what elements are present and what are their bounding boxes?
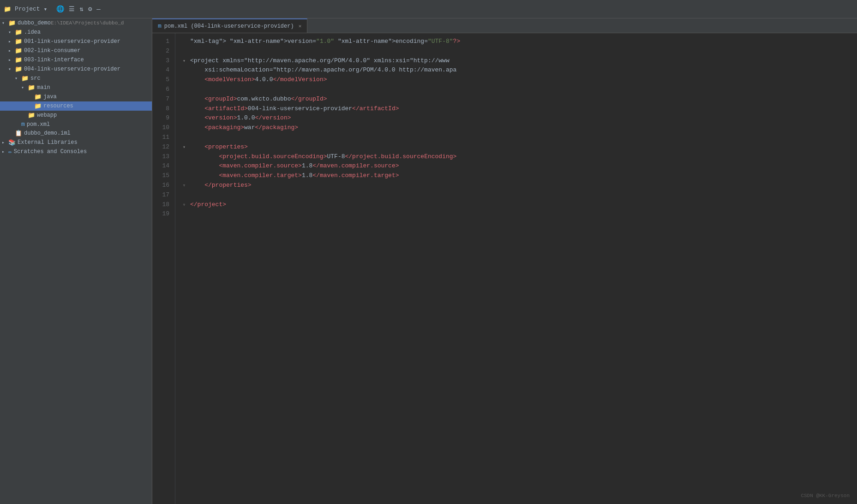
tree-label: java — [43, 94, 57, 100]
globe-icon[interactable]: 🌐 — [56, 5, 64, 13]
code-line: ▾<project xmlns="http://maven.apache.org… — [183, 56, 857, 66]
code-content[interactable]: "xml-tag"> "xml-attr-name">version="1.0"… — [175, 33, 857, 504]
tree-item[interactable]: ▾📁src — [0, 74, 152, 83]
tree-item[interactable]: ▸📁001-link-userservice-provider — [0, 37, 152, 46]
tree-item[interactable]: ▸📁002-link-consumer — [0, 46, 152, 55]
tree-icon: 📁 — [8, 19, 16, 27]
tab-bar: m pom.xml (004-link-userservice-provider… — [152, 18, 857, 33]
code-text — [190, 133, 194, 142]
tree-icon: m — [21, 121, 25, 128]
fold-button[interactable]: ▾ — [183, 58, 189, 65]
fold-button[interactable]: ▾ — [183, 144, 189, 151]
tree-item[interactable]: mpom.xml — [0, 120, 152, 129]
line-number: 9 — [152, 113, 175, 123]
tree-icon: 📁 — [15, 47, 22, 54]
tree-label: 004-link-userservice-provider — [24, 66, 120, 72]
tree-item[interactable]: 📁resources — [0, 101, 152, 111]
code-line — [183, 133, 857, 142]
tree-item[interactable]: ▾📁004-link-userservice-provider — [0, 65, 152, 74]
project-label: Project — [15, 6, 40, 12]
code-text: <maven.compiler.source>1.8</maven.compil… — [190, 161, 399, 171]
editor-area: m pom.xml (004-link-userservice-provider… — [152, 18, 857, 504]
fold-button — [183, 67, 189, 74]
tree-item[interactable]: 📁webapp — [0, 111, 152, 120]
tab-close-button[interactable]: ✕ — [299, 23, 302, 29]
code-line: ▿</project> — [183, 200, 857, 210]
project-icon: 📁 — [4, 6, 11, 13]
watermark: CSDN @KK-Greyson — [801, 493, 850, 498]
line-number: 5 — [152, 75, 175, 85]
tree-item[interactable]: ▸📁003-link-interface — [0, 55, 152, 65]
tree-arrow: ▾ — [8, 30, 15, 35]
code-text: </properties> — [190, 181, 252, 190]
tree-arrow: ▸ — [8, 39, 15, 44]
line-number: 15 — [152, 171, 175, 181]
tree-item[interactable]: ▾📁main — [0, 83, 152, 92]
tree-item[interactable]: ▾📁dubbo_demo E:\IDEA\Projects\dubbo_d — [0, 18, 152, 28]
tab-file-icon: m — [158, 23, 162, 30]
code-text: </project> — [190, 200, 226, 210]
line-number: 6 — [152, 85, 175, 95]
code-text — [190, 190, 194, 200]
tree-label: 002-link-consumer — [24, 47, 80, 54]
line-number: 1 — [152, 37, 175, 47]
code-text: <groupId>com.wkcto.dubbo</groupId> — [190, 95, 327, 104]
sidebar: ▾📁dubbo_demo E:\IDEA\Projects\dubbo_d▾📁.… — [0, 18, 152, 504]
tree-label: pom.xml — [27, 121, 50, 128]
fold-button — [183, 211, 189, 218]
list-icon[interactable]: ☰ — [69, 5, 75, 13]
tree-icon: 📁 — [28, 112, 35, 119]
fold-button — [183, 96, 189, 103]
code-line: ▾ <properties> — [183, 142, 857, 152]
fold-button — [183, 115, 189, 122]
fold-button[interactable]: ▿ — [183, 202, 189, 209]
tree-item[interactable]: ▸✏Scratches and Consoles — [0, 147, 152, 156]
tree-icon: ✏ — [8, 148, 12, 155]
title-bar-icons: 🌐 ☰ ⇅ ⚙ — — [56, 5, 100, 13]
code-text — [190, 47, 194, 56]
fold-button — [183, 48, 189, 55]
settings-icon[interactable]: ⚙ — [88, 5, 92, 13]
code-line: <maven.compiler.target>1.8</maven.compil… — [183, 171, 857, 181]
line-number: 3 — [152, 56, 175, 66]
tree-label: webapp — [37, 112, 57, 119]
tree-arrow: ▾ — [2, 20, 8, 26]
line-number: 10 — [152, 123, 175, 133]
code-editor[interactable]: 12345678910111213141516171819 "xml-tag">… — [152, 33, 857, 504]
project-dropdown-icon[interactable]: ▾ — [44, 6, 48, 13]
fold-button — [183, 86, 189, 94]
active-tab[interactable]: m pom.xml (004-link-userservice-provider… — [152, 18, 307, 33]
sort-icon[interactable]: ⇅ — [79, 5, 83, 13]
tree-item[interactable]: ▾📁.idea — [0, 28, 152, 37]
tree-item[interactable]: 📁java — [0, 92, 152, 101]
tree-icon: 📁 — [15, 65, 22, 73]
minimize-icon[interactable]: — — [96, 6, 100, 13]
line-number: 16 — [152, 181, 175, 190]
line-number: 13 — [152, 152, 175, 162]
tree-arrow: ▾ — [15, 76, 21, 81]
tree-label: resources — [43, 103, 73, 109]
title-bar-left: 📁 Project ▾ 🌐 ☰ ⇅ ⚙ — — [4, 5, 101, 13]
fold-button[interactable]: ▿ — [183, 182, 189, 190]
fold-button — [183, 77, 189, 84]
fold-button — [183, 192, 189, 199]
code-line — [183, 47, 857, 56]
tree-arrow: ▸ — [2, 149, 8, 154]
code-line: <modelVersion>4.0.0</modelVersion> — [183, 75, 857, 85]
fold-button — [183, 172, 189, 180]
tree-item[interactable]: 📋dubbo_demo.iml — [0, 129, 152, 138]
code-line — [183, 190, 857, 200]
fold-button — [183, 38, 189, 46]
tree-icon: 📁 — [34, 93, 42, 101]
code-text: <modelVersion>4.0.0</modelVersion> — [190, 75, 327, 85]
tree-icon: 📁 — [34, 102, 42, 110]
tab-label: pom.xml (004-link-userservice-provider) — [164, 23, 294, 30]
line-number: 14 — [152, 161, 175, 171]
fold-button — [183, 125, 189, 132]
tree-icon: 📁 — [21, 75, 29, 82]
title-bar: 📁 Project ▾ 🌐 ☰ ⇅ ⚙ — — [0, 0, 857, 18]
tree-label: 003-link-interface — [24, 57, 84, 63]
tree-item[interactable]: ▸📚External Libraries — [0, 138, 152, 147]
code-line: <maven.compiler.source>1.8</maven.compil… — [183, 161, 857, 171]
tree-label: dubbo_demo.iml — [24, 130, 71, 136]
